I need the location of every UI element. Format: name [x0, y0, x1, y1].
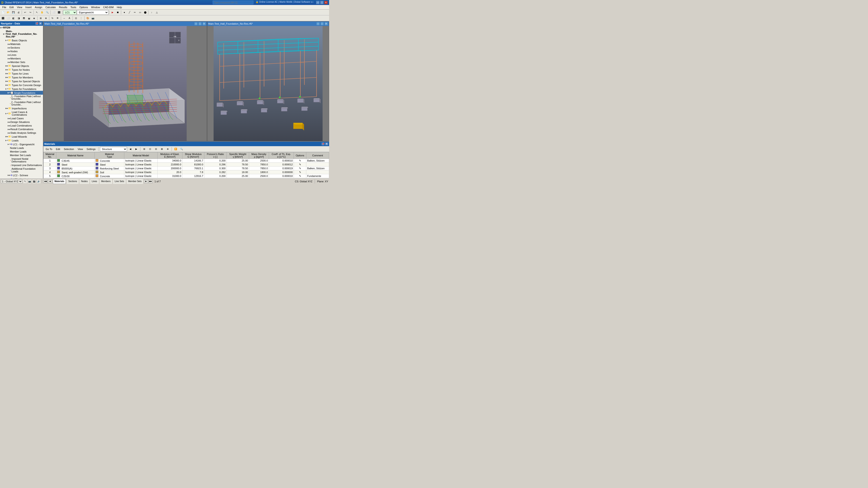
- nav-members[interactable]: ▶ Members: [0, 57, 43, 60]
- prev-page-btn[interactable]: ◀: [48, 180, 52, 183]
- lc-selector[interactable]: LC1: [63, 10, 76, 15]
- nav-lc3[interactable]: ▶ ⊕ LC3 - Nutzlast: [0, 177, 43, 178]
- bottom-filter-btn[interactable]: 🔽: [173, 147, 178, 152]
- display-btn[interactable]: 👁: [55, 16, 60, 21]
- table-row[interactable]: 2 Steel Steel Isotropic | Linear Elastic…: [43, 163, 329, 166]
- status-camera-btn[interactable]: 📷: [28, 180, 31, 183]
- table-row[interactable]: 3 B500S(A) Reinforcing Steel Isotropic |…: [43, 166, 329, 170]
- nav-lc2[interactable]: ▶ ⊕ LC2 - Schnee: [0, 173, 43, 177]
- nav-load-cases-combo[interactable]: ▼ 📁 Load Cases & Combinations: [0, 110, 43, 117]
- nav-types-lines[interactable]: ▶ 📁 Types for Lines: [0, 72, 43, 75]
- nav-special-objects[interactable]: ▶ 📁 Special Objects: [0, 64, 43, 68]
- bottom-pin-btn[interactable]: 📌: [321, 142, 324, 145]
- nav-imperfections[interactable]: ▶ 📁 Imperfections: [0, 106, 43, 110]
- menu-edit[interactable]: Edit: [8, 5, 15, 9]
- wireframe-btn[interactable]: ⬜: [51, 10, 56, 15]
- tab-line-sets-btn[interactable]: Line Sets: [113, 179, 126, 184]
- status-speaker-btn[interactable]: 🔊: [37, 180, 40, 183]
- right-view-btn[interactable]: ◨: [16, 16, 21, 21]
- bottom-arrow-right[interactable]: ▶: [134, 147, 139, 152]
- table-row[interactable]: 5 C25/30 Concrete Isotropic | Linear Ela…: [43, 174, 329, 178]
- bottom-tb5[interactable]: ⊕: [165, 147, 170, 152]
- bottom-selection[interactable]: Selection: [62, 147, 75, 151]
- search-input[interactable]: [213, 1, 253, 4]
- run-btn[interactable]: ▶: [110, 10, 115, 15]
- nav-basic-objects[interactable]: ▼ 📁 Basic Objects: [0, 38, 43, 42]
- bottom-view-btn[interactable]: ⬓: [26, 16, 31, 21]
- cell-options[interactable]: ✎: [294, 170, 306, 174]
- menu-results[interactable]: Results: [58, 5, 69, 9]
- top-view-btn[interactable]: ⬒: [21, 16, 26, 21]
- menu-assign[interactable]: Assign: [33, 5, 43, 9]
- nav-sf-2[interactable]: ▪ 2 - Foundation Plate | without Groundw…: [0, 101, 43, 106]
- bottom-tb1[interactable]: ⊞: [142, 147, 147, 152]
- nav-rfem-root[interactable]: ▼ RFEM: [0, 26, 43, 29]
- status-film-btn[interactable]: 🎬: [32, 180, 36, 183]
- solid-btn[interactable]: ⬛: [57, 10, 61, 15]
- vp-right-close[interactable]: ✕: [324, 22, 328, 26]
- save-btn[interactable]: 💾: [11, 10, 16, 15]
- menu-options[interactable]: Options: [78, 5, 89, 9]
- table-row[interactable]: 4 Sand, well-graded (SW) Soil Isotropic …: [43, 170, 329, 174]
- lc-label-selector[interactable]: Eigengewicht: [77, 10, 108, 15]
- nav-member-set-loads[interactable]: Member Set Loads: [0, 153, 43, 157]
- bottom-view[interactable]: View: [76, 147, 84, 151]
- menu-cad-bim[interactable]: CAD-BIM: [102, 5, 115, 9]
- last-page-btn[interactable]: ▶▶: [149, 180, 153, 183]
- stop-btn[interactable]: ⏹: [115, 10, 120, 15]
- back-view-btn[interactable]: ⬜: [6, 16, 11, 21]
- nav-design-situations[interactable]: ▶ Design Situations: [0, 120, 43, 124]
- first-page-btn[interactable]: ◀◀: [43, 180, 48, 183]
- bottom-settings[interactable]: Settings: [85, 147, 97, 151]
- solid-shape-btn[interactable]: ⬤: [143, 10, 148, 15]
- nav-result-combinations[interactable]: ▶ Result Combinations: [0, 127, 43, 131]
- next-page-btn[interactable]: ▶: [144, 180, 148, 183]
- new-btn[interactable]: 📄: [0, 10, 5, 15]
- render-btn[interactable]: 🎨: [85, 16, 90, 21]
- nav-types-special[interactable]: ▶ 📁 Types for Special Objects: [0, 79, 43, 83]
- viewport-left-canvas[interactable]: +X Y: [43, 26, 207, 141]
- menu-calculate[interactable]: Calculate: [44, 5, 57, 9]
- fit-all-btn[interactable]: ⊞: [38, 16, 43, 21]
- rotate-btn[interactable]: ↻: [50, 16, 55, 21]
- nav-lines[interactable]: ▶ Lines: [0, 53, 43, 57]
- tab-sections-btn[interactable]: Sections: [67, 179, 79, 184]
- menu-insert[interactable]: Insert: [24, 5, 33, 9]
- bottom-goto[interactable]: Go To: [44, 147, 54, 151]
- bottom-filter[interactable]: Structure: [100, 147, 127, 151]
- nav-sf-1[interactable]: ▪ 1 - Foundation Plate | without Groundw…: [0, 95, 43, 101]
- member-btn[interactable]: ═: [132, 10, 137, 15]
- nav-load-cases[interactable]: ▶ Load Cases: [0, 117, 43, 120]
- bottom-edit[interactable]: Edit: [55, 147, 61, 151]
- nav-lc1[interactable]: ▼ ⊕ LC1 - Eigengewicht: [0, 142, 43, 146]
- node-btn[interactable]: ●: [122, 10, 127, 15]
- nav-project[interactable]: ▼ Main-Test_Hall_Foundation_No-Res.rf6*: [0, 29, 43, 38]
- close-button[interactable]: ✕: [324, 1, 328, 4]
- cell-options[interactable]: ✎: [294, 174, 306, 178]
- screenshot-btn[interactable]: 📷: [90, 16, 95, 21]
- support-btn[interactable]: △: [154, 10, 159, 15]
- grid-btn[interactable]: ⋮: [79, 16, 84, 21]
- nav-nodes[interactable]: ▶ Nodes: [0, 50, 43, 53]
- bottom-tb4[interactable]: ⊠: [159, 147, 164, 152]
- nav-member-loads[interactable]: Member Loads: [0, 150, 43, 153]
- nav-types-members[interactable]: ▶ 📁 Types for Members: [0, 75, 43, 79]
- nav-types-foundations[interactable]: ▼ 📁 Types for Foundations: [0, 87, 43, 91]
- nav-imposed-line[interactable]: ↕ Imposed Line Deformations: [0, 163, 43, 167]
- viewport-left[interactable]: Main-Test_Hall_Foundation_No-Res.rf6* — …: [43, 21, 207, 141]
- minimize-button[interactable]: —: [316, 1, 320, 4]
- undo-btn[interactable]: ↩: [23, 10, 28, 15]
- bottom-tb3[interactable]: ⊟: [153, 147, 158, 152]
- nav-load-wizards[interactable]: ▶ 📁 Load Wizards: [0, 135, 43, 138]
- nav-member-sets[interactable]: ▶ Member Sets: [0, 60, 43, 64]
- tab-materials-btn[interactable]: Materials: [53, 179, 66, 184]
- cell-options[interactable]: ✎: [294, 166, 306, 170]
- view-selector[interactable]: 1 - Global XYZ: [1, 180, 22, 184]
- tab-members-btn[interactable]: Members: [100, 179, 112, 184]
- nav-close-btn[interactable]: ✕: [39, 22, 42, 25]
- menu-view[interactable]: View: [16, 5, 24, 9]
- cell-options[interactable]: ✎: [294, 163, 306, 166]
- select-btn[interactable]: ↖: [34, 10, 39, 15]
- nav-static-analysis[interactable]: ▶ Static Analysis Settings: [0, 131, 43, 135]
- nav-types-nodes[interactable]: ▶ 📁 Types for Nodes: [0, 68, 43, 72]
